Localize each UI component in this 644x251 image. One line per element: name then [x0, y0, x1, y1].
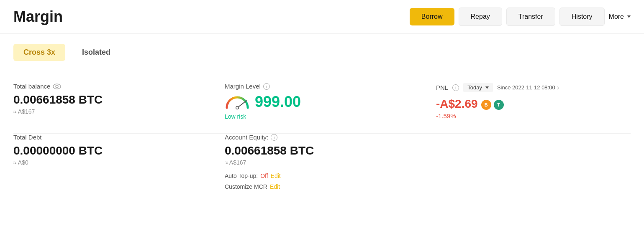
page-container: Margin Borrow Repay Transfer History Mor… — [0, 0, 644, 251]
total-debt-label-row: Total Debt — [13, 134, 208, 141]
tab-cross[interactable]: Cross 3x — [13, 44, 65, 61]
transfer-button[interactable]: Transfer — [506, 8, 555, 26]
eye-icon[interactable] — [53, 84, 61, 89]
total-balance-label: Total balance — [13, 83, 50, 90]
margin-level-label-row: Margin Level i — [225, 83, 419, 90]
pnl-section: PNL i Today Since 2022-11-12 08:00 › -A$… — [436, 83, 631, 120]
auto-topup-row: Auto Top-up: Off Edit — [225, 172, 419, 179]
more-label: More — [609, 13, 624, 20]
main-content: Total balance 0.00661858 BTC ≈ A$167 Mar… — [0, 69, 644, 133]
usdt-icon: T — [494, 100, 504, 110]
total-balance-value: 0.00661858 BTC — [13, 93, 208, 106]
borrow-button[interactable]: Borrow — [410, 8, 454, 25]
account-equity-section: Account Equity: i 0.00661858 BTC ≈ A$167… — [225, 134, 419, 190]
pnl-percent: -1.59% — [436, 112, 631, 119]
customize-mcr-row: Customize MCR Edit — [225, 183, 419, 190]
pnl-label: PNL — [436, 84, 448, 91]
svg-point-4 — [236, 107, 239, 109]
bottom-row: Total Debt 0.00000000 BTC ≈ A$0 Account … — [0, 134, 644, 203]
auto-topup-status: Off — [260, 172, 268, 179]
pnl-today-chevron-icon — [485, 86, 489, 89]
total-debt-approx: ≈ A$0 — [13, 159, 208, 166]
empty-col — [436, 134, 631, 190]
margin-gauge-row: 999.00 — [225, 93, 419, 111]
more-button[interactable]: More — [609, 13, 631, 20]
pnl-today-button[interactable]: Today — [463, 83, 493, 92]
margin-risk-label: Low risk — [225, 113, 419, 120]
pnl-since-arrow-icon: › — [557, 84, 559, 91]
account-equity-label: Account Equity: — [225, 134, 268, 141]
total-debt-section: Total Debt 0.00000000 BTC ≈ A$0 — [13, 134, 208, 190]
account-equity-label-row: Account Equity: i — [225, 134, 419, 141]
history-button[interactable]: History — [559, 8, 605, 26]
margin-level-info-icon[interactable]: i — [263, 83, 270, 90]
margin-level-label: Margin Level — [225, 83, 261, 90]
header-actions: Borrow Repay Transfer History More — [410, 8, 631, 26]
pnl-value: -A$2.69 — [436, 97, 478, 111]
account-equity-approx: ≈ A$167 — [225, 159, 419, 166]
auto-topup-label: Auto Top-up: — [225, 172, 258, 179]
total-debt-value: 0.00000000 BTC — [13, 144, 208, 157]
header: Margin Borrow Repay Transfer History Mor… — [0, 0, 644, 34]
tab-isolated[interactable]: Isolated — [72, 44, 121, 61]
total-balance-section: Total balance 0.00661858 BTC ≈ A$167 — [13, 83, 208, 120]
pnl-since-label: Since 2022-11-12 08:00 — [497, 84, 555, 91]
more-chevron-icon — [627, 15, 631, 18]
margin-level-section: Margin Level i — [225, 83, 419, 120]
account-equity-value: 0.00661858 BTC — [225, 144, 419, 157]
svg-line-3 — [237, 101, 246, 108]
account-equity-info-icon[interactable]: i — [271, 134, 277, 141]
margin-gauge-icon — [225, 94, 250, 110]
btc-icon: B — [481, 100, 491, 110]
total-balance-label-row: Total balance — [13, 83, 208, 90]
svg-point-0 — [53, 84, 61, 89]
auto-topup-edit-link[interactable]: Edit — [271, 172, 281, 179]
svg-point-1 — [56, 85, 58, 88]
coin-icons: B T — [481, 100, 504, 110]
tab-area: Cross 3x Isolated — [0, 34, 644, 66]
total-balance-approx: ≈ A$167 — [13, 108, 208, 115]
total-debt-label: Total Debt — [13, 134, 42, 141]
customize-mcr-label: Customize MCR — [225, 183, 267, 190]
page-title: Margin — [13, 8, 63, 25]
margin-controls: Auto Top-up: Off Edit Customize MCR Edit — [225, 172, 419, 190]
pnl-header-row: PNL i Today Since 2022-11-12 08:00 › — [436, 83, 631, 92]
customize-mcr-edit-link[interactable]: Edit — [270, 183, 280, 190]
pnl-info-icon[interactable]: i — [452, 84, 459, 91]
pnl-since[interactable]: Since 2022-11-12 08:00 › — [497, 84, 559, 91]
pnl-value-row: -A$2.69 B T — [436, 97, 631, 112]
repay-button[interactable]: Repay — [459, 8, 502, 26]
margin-level-value: 999.00 — [255, 93, 301, 111]
pnl-today-label: Today — [467, 84, 482, 91]
